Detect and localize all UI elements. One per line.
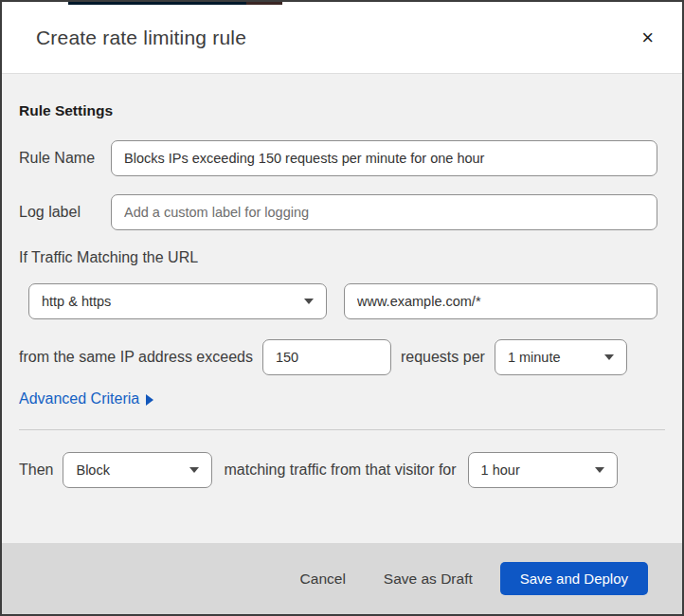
threshold-prefix-text: from the same IP address exceeds <box>19 349 253 366</box>
action-select-value: Block <box>76 462 109 478</box>
modal-body: Rule Settings Rule Name Log label If Tra… <box>2 74 682 543</box>
threshold-row: from the same IP address exceeds request… <box>19 339 657 375</box>
dialog-title: Create rate limiting rule <box>36 27 246 49</box>
rule-name-label: Rule Name <box>19 150 111 167</box>
period-select-value: 1 minute <box>508 350 561 365</box>
action-middle-text: matching traffic from that visitor for <box>224 462 456 479</box>
request-count-input[interactable] <box>262 339 391 375</box>
modal-header: Create rate limiting rule × <box>2 2 682 74</box>
close-icon: × <box>641 26 654 49</box>
close-button[interactable]: × <box>636 24 659 52</box>
chevron-down-icon <box>595 467 604 473</box>
url-pattern-input[interactable] <box>344 283 657 319</box>
scheme-select[interactable]: http & https <box>28 283 327 319</box>
caret-right-icon <box>146 394 153 406</box>
period-select[interactable]: 1 minute <box>495 339 627 375</box>
modal-footer: Cancel Save as Draft Save and Deploy <box>2 543 682 614</box>
advanced-criteria-label: Advanced Criteria <box>19 390 139 408</box>
advanced-criteria-link[interactable]: Advanced Criteria <box>19 390 153 408</box>
create-rate-limiting-rule-dialog: Create rate limiting rule × Rule Setting… <box>0 0 684 616</box>
background-page-strip-navy <box>68 2 246 5</box>
chevron-down-icon <box>189 467 199 473</box>
duration-select[interactable]: 1 hour <box>468 452 618 488</box>
rule-settings-section-title: Rule Settings <box>19 102 657 119</box>
traffic-match-intro: If Traffic Matching the URL <box>19 249 657 266</box>
rule-name-row: Rule Name <box>19 140 657 176</box>
section-divider <box>19 429 665 430</box>
action-select[interactable]: Block <box>63 452 212 488</box>
chevron-down-icon <box>604 354 614 360</box>
scheme-select-value: http & https <box>42 294 111 309</box>
chevron-down-icon <box>304 299 314 304</box>
log-label-row: Log label <box>19 194 657 230</box>
then-label: Then <box>19 462 53 479</box>
save-and-deploy-button[interactable]: Save and Deploy <box>500 562 648 595</box>
action-row: Then Block matching traffic from that vi… <box>19 452 657 488</box>
log-label-label: Log label <box>19 204 111 221</box>
requests-per-text: requests per <box>401 349 485 366</box>
url-match-row: http & https <box>28 283 657 319</box>
log-label-input[interactable] <box>111 194 657 230</box>
rule-name-input[interactable] <box>111 140 657 176</box>
cancel-button[interactable]: Cancel <box>281 563 365 595</box>
background-page-strip-maroon <box>246 2 282 5</box>
save-as-draft-button[interactable]: Save as Draft <box>365 563 492 595</box>
duration-select-value: 1 hour <box>481 462 520 478</box>
